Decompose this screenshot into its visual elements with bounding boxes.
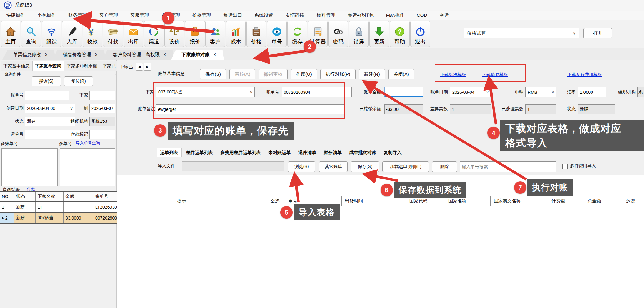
form-remark-input[interactable] [156, 104, 344, 114]
menu-item[interactable]: 友情链接 [279, 11, 310, 20]
tab-scroll-left-button[interactable]: ◀ [136, 63, 143, 71]
menu-item[interactable]: 财务管理 [62, 11, 93, 20]
form-bill-no-input[interactable] [282, 87, 352, 97]
open-button[interactable]: 打开 [583, 28, 612, 38]
document-tab[interactable]: 下家账单对账 X [171, 50, 224, 60]
close-icon[interactable]: X [45, 52, 47, 57]
toolbar-button[interactable]: 报价 [185, 21, 205, 47]
detail-subtab[interactable]: 未对账运单 [265, 148, 294, 157]
main-table-column-header[interactable]: 国家英文名称 [491, 196, 548, 206]
main-table-column-header[interactable]: 总金额 [584, 196, 623, 206]
menu-item[interactable]: 快捷操作 [0, 11, 31, 20]
detail-subtab[interactable]: 运单列表 [157, 148, 182, 157]
action-button[interactable]: 作废(U) [291, 69, 317, 79]
menu-item[interactable]: 集运出口 [217, 11, 248, 20]
toolbar-button[interactable]: 锁屏 [349, 21, 369, 47]
menu-item[interactable]: 物料管理 [310, 11, 341, 20]
download-simple-template-link[interactable]: 下载简易模板 [482, 72, 508, 78]
results-column-header[interactable]: 金额 [64, 192, 93, 201]
toolbar-button[interactable]: 渠道 [144, 21, 164, 47]
menu-item[interactable]: COD [411, 11, 433, 20]
load-detail-button[interactable]: 加载运单明细(L) [382, 161, 429, 172]
action-button[interactable]: 保存(S) [200, 69, 226, 79]
form-downline-select[interactable]: 007 007适当 ∨ [156, 87, 255, 97]
document-tab[interactable]: 销售价格管理 X [52, 50, 106, 60]
browse-button[interactable]: 浏览(B) [288, 161, 315, 172]
main-table-column-header[interactable]: 计费重 [548, 196, 584, 206]
left-panel-tab[interactable]: 下家账单查询 [32, 61, 64, 71]
action-button[interactable]: 审核(A) [229, 69, 255, 79]
form-currency-select[interactable]: RMB ∨ [525, 87, 556, 97]
action-button[interactable]: 关闭(X) [388, 69, 414, 79]
menu-item[interactable]: 价格管理 [186, 11, 217, 20]
save-button[interactable]: 保存(S) [351, 161, 379, 172]
tab-scroll-right-button[interactable]: ▶ [144, 63, 151, 71]
quick-function-select[interactable]: 价格试算 ∨ [464, 28, 579, 38]
pay-mark-input[interactable] [89, 130, 115, 139]
create-date-select[interactable]: 2026-03-04 00 ∨ [25, 104, 75, 113]
detail-subtab[interactable]: 差异运单列表 [183, 148, 216, 157]
toolbar-button[interactable]: 价格 [246, 21, 266, 47]
left-panel-tab[interactable]: 下家已 [100, 61, 119, 71]
left-panel-tab[interactable]: 下家基本信息 [1, 61, 32, 71]
waybill-search-input[interactable] [460, 161, 556, 172]
detail-subtab[interactable]: 退件清单 [295, 148, 319, 157]
table-row[interactable]: 1 新建 LT LT2026030 [0, 202, 117, 213]
download-standard-template-link[interactable]: 下载标准模板 [440, 72, 466, 78]
menu-item[interactable]: 系统设置 [248, 11, 279, 20]
document-tab[interactable]: 单票信息修改 X [2, 50, 56, 60]
other-bill-button[interactable]: 其它账单 [319, 161, 348, 172]
table-row[interactable]: 2 新建 007适当 33.0000 007202603 [0, 213, 117, 224]
action-button[interactable]: 执行对账(P) [320, 69, 356, 79]
action-button[interactable]: 撤销审核 [259, 69, 288, 79]
menu-item[interactable]: 集运+代打包 [341, 11, 380, 20]
toolbar-button[interactable]: ? 帮助 [390, 21, 410, 47]
bill-no-input[interactable] [25, 91, 69, 100]
results-column-header[interactable]: 下家名称 [36, 192, 64, 201]
to-date-input[interactable] [89, 104, 115, 113]
main-table-column-header[interactable] [157, 196, 174, 206]
results-column-header[interactable]: 状态 [14, 192, 36, 201]
detail-subtab[interactable]: 财务清单 [321, 148, 345, 157]
menu-item[interactable]: 空运 [433, 11, 455, 20]
toolbar-button[interactable]: 跟踪 [42, 21, 61, 47]
menu-item[interactable]: 客服管理 [124, 11, 155, 20]
document-tab[interactable]: 客户资料管理---高权限 X [102, 50, 174, 60]
search-button[interactable]: 搜索(S) [32, 76, 61, 86]
import-file-input[interactable] [182, 161, 284, 171]
multi-no-textarea[interactable] [60, 148, 115, 186]
downline-input[interactable] [89, 91, 115, 100]
results-column-header[interactable]: 账单号 [93, 192, 117, 201]
toolbar-button[interactable]: 成本 [226, 21, 246, 47]
close-icon[interactable]: X [95, 52, 97, 57]
detail-subtab[interactable]: 成本批次对账 [346, 148, 379, 157]
toolbar-button[interactable]: 客户 [205, 21, 225, 47]
results-column-header[interactable]: NO. [0, 192, 14, 201]
main-table-column-header[interactable]: 全选 [267, 196, 285, 206]
detail-subtab[interactable]: 复制导入 [381, 148, 405, 157]
toolbar-button[interactable]: 出库 [124, 21, 143, 47]
toolbar-button[interactable]: ¥ 收款 [83, 21, 102, 47]
close-icon[interactable]: X [213, 52, 216, 57]
toolbar-button[interactable]: 单号 [267, 21, 287, 47]
toolbar-button[interactable]: 入库 [62, 21, 82, 47]
close-icon[interactable]: X [163, 52, 166, 57]
main-table-column-header[interactable]: 提示 [174, 196, 267, 206]
menu-item[interactable]: 客户管理 [93, 11, 124, 20]
action-button[interactable]: 新建(N) [359, 69, 385, 79]
form-amount-input[interactable] [384, 87, 423, 97]
multi-bill-textarea[interactable] [1, 148, 58, 186]
download-multirow-template-link[interactable]: 下载多行费用模板 [567, 72, 602, 78]
import-no-query-link[interactable]: 导入单号查询 [76, 140, 100, 146]
form-rate-input[interactable] [578, 87, 606, 97]
toolbar-button[interactable]: 密码 [328, 21, 348, 47]
left-panel-tab[interactable]: 下家多币种余额 [64, 61, 100, 71]
menu-item[interactable]: 小包操作 [31, 11, 62, 20]
toolbar-button[interactable]: 更新 [369, 21, 389, 47]
detail-subtab[interactable]: 多费用差异运单列表 [217, 148, 264, 157]
toolbar-button[interactable]: 查询 [21, 21, 41, 47]
toolbar-button[interactable]: 主页 [1, 21, 20, 47]
delete-button[interactable]: 删除 [432, 161, 457, 172]
toolbar-button[interactable]: 退出 [410, 21, 430, 47]
main-table-column-header[interactable]: 运费 [623, 196, 644, 206]
